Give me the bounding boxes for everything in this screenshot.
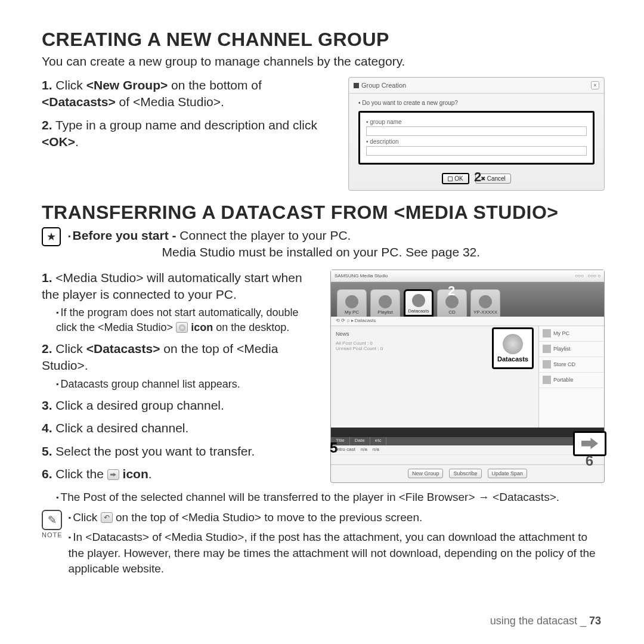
pc-icon [345,295,358,308]
group-creation-dialog: Group Creation × • Do you want to create… [348,77,605,191]
tab-playlist[interactable]: Playlist [370,289,400,317]
dialog-fields-callout: • group name • description [358,111,595,165]
callout-2-tabs: 2 [448,283,455,299]
s2-step1-sub: If the program does not start automatica… [56,305,318,335]
update-span-button[interactable]: Update Span [488,469,528,478]
studio-path: ⟲ ⟳ ⌂ ▸ Datacasts [331,317,604,326]
before-you-start: Before you start - Connect the player to… [68,227,480,261]
s2-step2: 2. Click <Datacasts> on the top of <Medi… [42,340,318,391]
section2-title: TRANSFERRING A DATACAST FROM <MEDIA STUD… [42,202,605,224]
transfer-icon [107,469,119,480]
note-line1: Click on the top of <Media Studio> to mo… [69,510,605,526]
media-studio-icon [176,322,188,333]
arrow-icon [581,436,598,451]
page-footer: using the datacast _ 73 [490,615,601,627]
dialog-title: Group Creation [354,82,406,89]
s2-step5: 5. Select the post you want to transfer. [42,443,318,460]
tab-mypc[interactable]: My PC [337,289,367,317]
playlist-icon [379,295,392,308]
label-description: • description [366,138,587,145]
list-row[interactable]: Intro cast n/a n/a [331,445,604,455]
note-line2: In <Datacasts> of <Media Studio>, if the… [69,530,605,577]
studio-titlebar: SAMSUNG Media Studio ○○○ ○○○ ○ [331,270,604,282]
list-header: TitleDateetc [331,437,604,445]
list-row[interactable] [331,455,604,465]
right-item[interactable]: Playlist [539,342,604,357]
app-icon [354,83,359,88]
subscribe-button[interactable]: Subscribe [449,469,481,478]
datacasts-icon [412,294,425,307]
label-group-name: • group name [366,119,587,125]
section1-title: CREATING A NEW CHANNEL GROUP [42,29,605,51]
right-item[interactable]: My PC [539,326,604,342]
note-label: NOTE [42,531,63,538]
back-icon [101,512,113,523]
s2-step1: 1. <Media Studio> will automatically sta… [42,270,318,335]
s2-step6-sub: The Post of the selected channel will be… [56,491,605,504]
note-icon: ✎ [42,510,62,530]
callout-6: 6 [586,453,593,469]
s2-step6: 6. Click the icon. [42,466,318,482]
callout-2: 2 [474,169,481,185]
check-icon [448,177,453,181]
input-group-name[interactable] [366,126,587,136]
section1-lead: You can create a new group to manage cha… [42,54,605,69]
tab-datacasts[interactable]: Datacasts [404,289,434,317]
right-item[interactable]: Portable [539,373,604,388]
s1-step1: 1. Click <New Group> on the bottom of <D… [42,77,336,111]
s2-step3: 3. Click a desired group channel. [42,397,318,414]
right-item[interactable]: Store CD [539,357,604,373]
device-icon [479,295,492,308]
ok-button[interactable]: OK [442,173,469,184]
datacasts-big-icon: Datacasts [492,327,534,369]
star-icon: ★ [42,227,61,246]
close-icon[interactable]: × [591,81,599,89]
s1-step2: 2. Type in a group name and description … [42,117,336,151]
tab-device[interactable]: YP-XXXXX [470,289,500,317]
new-group-button[interactable]: New Group [408,469,444,478]
input-description[interactable] [366,146,587,156]
s2-step4: 4. Click a desired channel. [42,420,318,436]
s2-step2-sub: Datacasts group channel list appears. [56,377,318,391]
media-studio-screenshot: SAMSUNG Media Studio ○○○ ○○○ ○ 2 My PC P… [330,270,605,483]
dialog-question: • Do you want to create a new group? [358,100,595,106]
